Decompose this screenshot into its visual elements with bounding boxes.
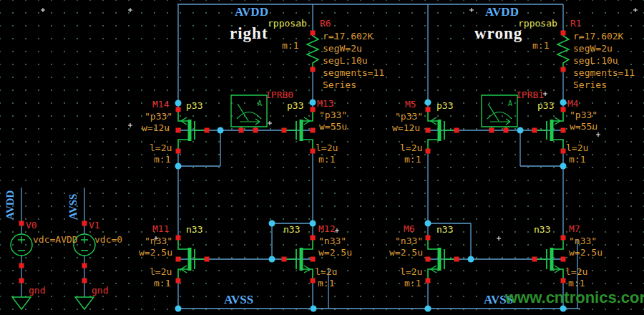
label-circuits-0-nmos_left-name[interactable]: M11 <box>152 224 169 234</box>
label-circuits-0-pmos_diode-type[interactable]: p33 <box>186 101 203 111</box>
schematic-canvas[interactable]: AA AVDDV0vdc=AVDDgndAVSSV1vdc=0gndAVDDri… <box>0 0 644 315</box>
voltage-source-V0[interactable] <box>11 234 32 256</box>
label-circuits-0-vss[interactable]: AVSS <box>224 293 253 307</box>
label-circuits-0-resistor-r[interactable]: r=17.602K <box>323 32 373 42</box>
label-circuits-0-nmos_right-mult[interactable]: m:1 <box>318 278 334 289</box>
label-circuits-0-pmos_out-mult[interactable]: m:1 <box>318 155 335 165</box>
label-circuits-1-resistor-seg_w[interactable]: segW=2u <box>573 44 613 54</box>
label-circuits-0-resistor-seg_l[interactable]: segL:10u <box>323 56 368 66</box>
label-circuits-1-resistor-r[interactable]: r=17.602K <box>573 32 623 42</box>
label-circuits-1-pmos_diode-name[interactable]: M5 <box>405 100 416 110</box>
label-circuits-1-pmos_diode-mult[interactable]: m:1 <box>404 155 421 165</box>
label-circuits-1-nmos_right-mult[interactable]: m:1 <box>568 278 585 289</box>
ammeter-unit-label: A <box>258 100 262 107</box>
label-circuits-1-nmos_right-model[interactable]: "n33" <box>569 236 597 246</box>
label-circuits-1-nmos_right-l[interactable]: l=2u <box>565 267 587 277</box>
label-circuits-1-resistor-model[interactable]: rpposab <box>518 19 557 29</box>
label-circuits-1-pmos_diode-w[interactable]: w=12u <box>392 123 420 133</box>
label-circuits-1-resistor-name[interactable]: R1 <box>570 19 582 29</box>
label-circuits-0-nmos_left-model[interactable]: "n33" <box>145 236 172 246</box>
ground-symbol <box>12 297 31 309</box>
label-power_sources-1-param[interactable]: vdc=0 <box>94 235 122 245</box>
label-circuits-0-resistor-segments[interactable]: segments=11 <box>323 68 384 78</box>
label-circuits-1-nmos_left-mult[interactable]: m:1 <box>404 278 421 289</box>
label-circuits-0-pmos_out-name[interactable]: M13 <box>317 99 333 109</box>
current-probe-IPRB1[interactable]: A <box>482 95 517 130</box>
label-circuits-1-resistor-mult[interactable]: m:1 <box>532 41 549 51</box>
label-circuits-0-pmos_out-l[interactable]: l=2u <box>316 143 338 153</box>
label-circuits-1-nmos_right-w[interactable]: w=2.5u <box>569 248 602 258</box>
label-circuits-0-nmos_right-type[interactable]: n33 <box>283 225 300 235</box>
label-circuits-1-tag[interactable]: wrong <box>474 24 522 43</box>
label-circuits-1-vdd[interactable]: AVDD <box>485 5 519 19</box>
label-circuits-0-pmos_diode-name[interactable]: M14 <box>152 100 169 110</box>
label-circuits-0-pmos_diode-model[interactable]: "p33" <box>145 112 172 122</box>
label-circuits-1-nmos_left-name[interactable]: M6 <box>404 224 415 234</box>
label-circuits-0-resistor-series[interactable]: Series <box>323 80 356 90</box>
label-power_sources-0-param[interactable]: vdc=AVDD <box>33 235 78 245</box>
label-circuits-1-nmos_left-type[interactable]: n33 <box>436 225 453 235</box>
label-circuits-1-pmos_out-type[interactable]: p33 <box>537 101 554 111</box>
label-circuits-0-nmos_right-model[interactable]: "n33" <box>318 236 346 246</box>
label-circuits-1-pmos_diode-type[interactable]: p33 <box>436 101 453 111</box>
label-circuits-1-pmos_out-model[interactable]: "p33" <box>570 110 597 120</box>
label-circuits-0-pmos_out-type[interactable]: p33 <box>287 101 303 111</box>
resistor-R1[interactable] <box>557 33 569 67</box>
current-probe-IPRB0[interactable]: A <box>231 95 267 130</box>
label-circuits-1-nmos_left-w[interactable]: w=2.5u <box>389 248 423 258</box>
label-circuits-1-pmos_diode-model[interactable]: "p33" <box>395 112 423 122</box>
label-power_sources-0-gnd_label[interactable]: gnd <box>29 286 45 296</box>
label-circuits-0-resistor-name[interactable]: R6 <box>320 19 331 29</box>
label-circuits-0-nmos_left-l[interactable]: l=2u <box>150 267 172 277</box>
pins <box>19 31 566 284</box>
label-circuits-0-pmos_out-model[interactable]: "p33" <box>319 110 347 120</box>
label-circuits-0-nmos_right-name[interactable]: M12 <box>318 224 335 234</box>
label-circuits-1-pmos_out-mult[interactable]: m:1 <box>569 155 585 165</box>
label-circuits-0-pmos_diode-mult[interactable]: m:1 <box>154 155 170 165</box>
label-circuits-0-resistor-seg_w[interactable]: segW=2u <box>323 44 362 54</box>
label-circuits-1-pmos_out-name[interactable]: M4 <box>567 99 579 109</box>
label-circuits-1-nmos_right-type[interactable]: n33 <box>534 225 550 235</box>
label-circuits-0-pmos_diode-w[interactable]: w=12u <box>142 123 170 133</box>
label-circuits-0-probe-name[interactable]: IPRB0 <box>265 90 293 100</box>
label-power_sources-1-name[interactable]: V1 <box>89 220 100 231</box>
label-circuits-1-nmos_left-model[interactable]: "n33" <box>395 236 423 246</box>
label-circuits-0-nmos_left-w[interactable]: w=2.5u <box>139 248 172 258</box>
label-circuits-1-resistor-seg_l[interactable]: segL:10u <box>573 56 618 66</box>
label-power_sources-0-name[interactable]: V0 <box>26 220 37 231</box>
ground-symbol <box>75 297 94 309</box>
label-circuits-0-pmos_out-w[interactable]: w=55u <box>319 122 347 132</box>
label-circuits-0-nmos_right-l[interactable]: l=2u <box>315 267 337 277</box>
label-circuits-1-probe-name[interactable]: IPRB1 <box>516 90 544 100</box>
label-circuits-0-resistor-mult[interactable]: m:1 <box>282 41 298 51</box>
label-circuits-0-resistor-model[interactable]: rpposab <box>268 19 307 29</box>
label-circuits-1-pmos_out-l[interactable]: l=2u <box>566 143 588 153</box>
ammeter-unit-label: A <box>508 100 512 107</box>
watermark: www.cntronics.com <box>505 289 644 307</box>
label-circuits-1-pmos_out-w[interactable]: w=55u <box>570 122 597 132</box>
label-circuits-0-nmos_left-mult[interactable]: m:1 <box>154 278 170 289</box>
label-circuits-1-pmos_diode-l[interactable]: l=2u <box>400 143 422 153</box>
label-power_sources-0-net[interactable]: AVDD <box>4 190 16 220</box>
label-circuits-0-vdd[interactable]: AVDD <box>235 5 268 19</box>
resistor-R6[interactable] <box>307 33 318 67</box>
label-power_sources-1-gnd_label[interactable]: gnd <box>92 286 108 296</box>
label-circuits-0-tag[interactable]: right <box>230 24 268 43</box>
label-circuits-0-pmos_diode-l[interactable]: l=2u <box>150 143 172 153</box>
label-circuits-0-nmos_right-w[interactable]: w=2.5u <box>318 248 352 258</box>
label-circuits-1-nmos_right-name[interactable]: M7 <box>569 224 580 234</box>
label-circuits-1-nmos_left-l[interactable]: l=2u <box>400 267 422 277</box>
label-circuits-0-nmos_left-type[interactable]: n33 <box>186 225 203 235</box>
label-power_sources-1-net[interactable]: AVSS <box>67 194 79 220</box>
label-circuits-1-resistor-segments[interactable]: segments=11 <box>573 68 635 78</box>
label-circuits-1-resistor-series[interactable]: Series <box>573 80 607 90</box>
